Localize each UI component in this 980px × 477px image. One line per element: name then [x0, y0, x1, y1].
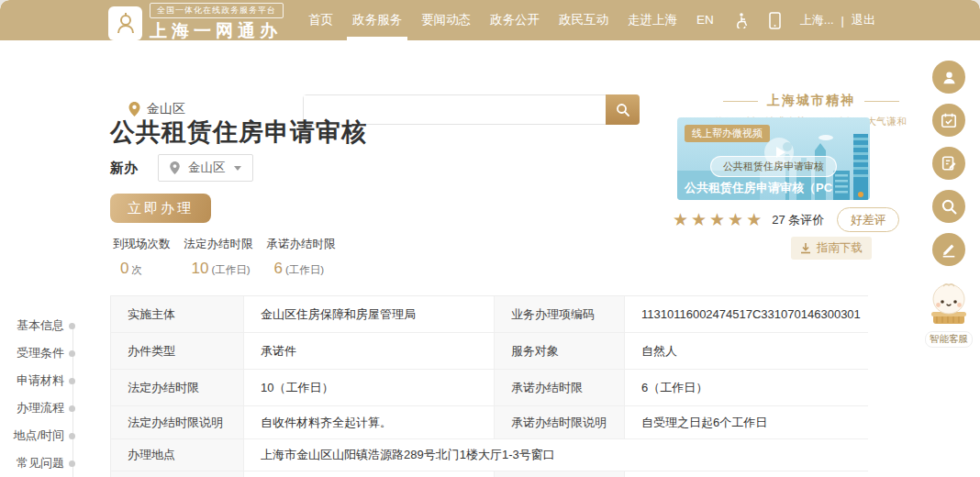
- stats-row: 到现场次数 0次 法定办结时限 10(工作日) 承诺办结时限 6(工作日): [113, 237, 336, 278]
- anchor-dot: [69, 433, 75, 439]
- table-row: 法定办结时限说明 自收件材料齐全起计算。 承诺办结时限说明 自受理之日起6个工作…: [111, 406, 867, 439]
- site-logo[interactable]: 全国一体化在线政务服务平台 上海一网通办: [108, 3, 284, 43]
- calendar-check-icon: [941, 112, 957, 128]
- username[interactable]: 上海...: [800, 12, 834, 28]
- document-edit-icon: [941, 155, 957, 172]
- user-icon: [941, 69, 958, 86]
- location-pin-icon: [128, 102, 140, 116]
- city-spirit-title: 上海城市精神: [767, 93, 855, 109]
- anchor-dot: [69, 460, 75, 467]
- search-icon: [941, 198, 958, 216]
- video-caption: 公共租赁住房申请审核（PC: [685, 180, 832, 196]
- header-bar: 全国一体化在线政务服务平台 上海一网通办 首页 政务服务 要闻动态 政务公开 政…: [0, 0, 980, 40]
- decor-line-right: [864, 101, 899, 102]
- anchor-dot: [69, 405, 75, 412]
- accessibility-icon[interactable]: [733, 0, 750, 40]
- anchor-conditions[interactable]: 受理条件: [0, 347, 64, 360]
- decor-line-left: [723, 101, 758, 102]
- review-button[interactable]: 好差评: [837, 207, 899, 232]
- video-badge: 线上帮办微视频: [685, 125, 770, 142]
- pen-icon: [941, 241, 957, 258]
- stat-legal-limit-value: 10: [192, 260, 209, 277]
- logout-link[interactable]: 退出: [852, 12, 875, 28]
- star-rating-icons: ★★★★★: [673, 211, 764, 228]
- subheader: 金山区 上海城市精神 海纳百川 · 追求卓越 · 开明睿智 · 大气谦和: [0, 40, 980, 101]
- nav-interaction[interactable]: 政民互动: [559, 0, 608, 40]
- anchor-faq[interactable]: 常见问题: [0, 457, 64, 470]
- floating-toolbar: 智能客服: [930, 61, 968, 348]
- mobile-icon[interactable]: [769, 0, 781, 40]
- stat-visits-value: 0: [120, 260, 128, 277]
- region-value: 金山区: [188, 160, 226, 176]
- stat-promised-limit: 承诺办结时限 6(工作日): [267, 237, 336, 278]
- stat-legal-limit: 法定办结时限 10(工作日): [184, 237, 253, 278]
- nav-gov-services[interactable]: 政务服务: [352, 0, 402, 40]
- nav-english[interactable]: EN: [696, 0, 714, 40]
- rating-row: ★★★★★ 27 条评价 好差评: [673, 207, 899, 232]
- assistant-mascot-icon: [928, 278, 970, 326]
- divider: |: [841, 14, 844, 28]
- feedback-form-button[interactable]: [932, 147, 965, 180]
- chevron-down-icon: [234, 166, 241, 171]
- apply-now-button[interactable]: 立即办理: [110, 194, 211, 223]
- help-video-thumbnail[interactable]: 线上帮办微视频 公共租赁住房申请审核 公共租赁住房申请审核（PC: [677, 117, 870, 200]
- write-review-button[interactable]: [932, 233, 965, 266]
- search-button[interactable]: [606, 94, 640, 125]
- search-icon: [616, 103, 630, 117]
- assistant-label: 智能客服: [925, 331, 973, 348]
- nav-about-shanghai[interactable]: 走进上海: [628, 0, 677, 40]
- page-title: 公共租赁住房申请审核: [110, 116, 367, 149]
- header-nav: 首页 政务服务 要闻动态 政务公开 政民互动 走进上海 EN 上海... | 退…: [308, 0, 875, 40]
- type-row: 新办 金山区: [110, 154, 253, 182]
- anchor-dot: [69, 378, 75, 384]
- table-row-partial: [111, 471, 867, 477]
- stat-promised-limit-value: 6: [274, 260, 283, 277]
- service-type-tag: 新办: [110, 160, 138, 177]
- basic-info-table: 实施主体 金山区住房保障和房屋管理局 业务办理项编码 1131011600247…: [110, 295, 868, 477]
- anchor-dot: [69, 350, 75, 357]
- user-area: 上海... | 退出: [800, 12, 875, 28]
- table-row: 办件类型 承诺件 服务对象 自然人: [111, 333, 867, 370]
- nav-news[interactable]: 要闻动态: [421, 0, 471, 40]
- video-title-pill: 公共租赁住房申请审核: [710, 156, 837, 177]
- appointment-button[interactable]: [932, 104, 965, 137]
- platform-badge: 全国一体化在线政务服务平台: [150, 3, 284, 18]
- anchor-dot: [69, 323, 75, 329]
- nav-gov-open[interactable]: 政务公开: [490, 0, 540, 40]
- nav-home[interactable]: 首页: [308, 0, 333, 40]
- anchor-process[interactable]: 办理流程: [0, 402, 64, 415]
- table-row: 实施主体 金山区住房保障和房屋管理局 业务办理项编码 1131011600247…: [111, 296, 867, 333]
- region-pin-icon: [170, 161, 180, 174]
- anchor-basic-info[interactable]: 基本信息: [0, 319, 64, 332]
- anchor-location-time[interactable]: 地点/时间: [0, 429, 64, 442]
- rating-count: 27 条评价: [772, 212, 824, 228]
- smart-assistant[interactable]: 智能客服: [925, 278, 973, 348]
- table-row: 法定办结时限 10（工作日） 承诺办结时限 6（工作日）: [111, 370, 867, 406]
- shanghai-gov-logo-icon: [108, 6, 142, 40]
- stat-visits: 到现场次数 0次: [113, 237, 171, 278]
- anchor-materials[interactable]: 申请材料: [0, 374, 64, 387]
- guide-download-button[interactable]: 指南下载: [791, 237, 872, 260]
- page: 全国一体化在线政务服务平台 上海一网通办 首页 政务服务 要闻动态 政务公开 政…: [0, 0, 980, 477]
- search-rail-button[interactable]: [932, 190, 965, 223]
- region-dropdown[interactable]: 金山区: [158, 154, 253, 182]
- section-anchor-nav: 基本信息 受理条件 申请材料 办理流程 地点/时间 常见问题: [0, 319, 84, 477]
- download-icon: [800, 243, 811, 254]
- user-account-button[interactable]: [932, 61, 965, 94]
- table-row-address: 办理地点 上海市金山区山阳镇浩源路289号北门1楼大厅1-3号窗口: [111, 439, 867, 471]
